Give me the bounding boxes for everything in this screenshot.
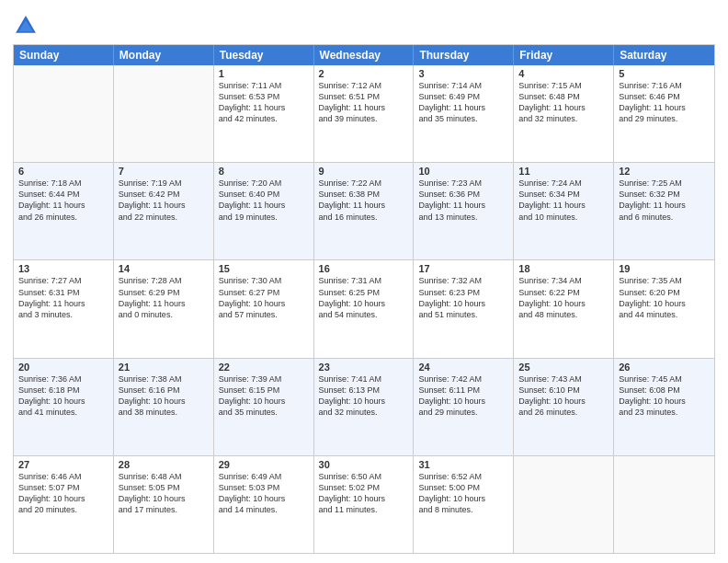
cell-info: Sunrise: 7:22 AM Sunset: 6:38 PM Dayligh… [319,178,409,223]
calendar-cell: 5Sunrise: 7:16 AM Sunset: 6:46 PM Daylig… [614,65,714,162]
cell-info: Sunrise: 7:20 AM Sunset: 6:40 PM Dayligh… [219,178,309,223]
calendar-cell: 28Sunrise: 6:48 AM Sunset: 5:05 PM Dayli… [114,456,214,553]
calendar-cell: 22Sunrise: 7:39 AM Sunset: 6:15 PM Dayli… [214,359,314,455]
day-number: 24 [418,362,508,373]
cell-info: Sunrise: 7:34 AM Sunset: 6:22 PM Dayligh… [518,275,609,320]
header-cell-saturday: Saturday [614,45,714,65]
calendar-cell: 27Sunrise: 6:46 AM Sunset: 5:07 PM Dayli… [14,456,114,553]
calendar-cell [14,65,114,162]
day-number: 23 [319,362,409,373]
calendar-week-2: 6Sunrise: 7:18 AM Sunset: 6:44 PM Daylig… [14,162,714,259]
cell-info: Sunrise: 6:52 AM Sunset: 5:00 PM Dayligh… [418,471,508,516]
day-number: 12 [619,166,710,177]
day-number: 29 [219,459,309,470]
day-number: 26 [619,362,710,373]
calendar-cell: 31Sunrise: 6:52 AM Sunset: 5:00 PM Dayli… [414,456,514,553]
calendar-cell: 15Sunrise: 7:30 AM Sunset: 6:27 PM Dayli… [214,260,314,357]
calendar-week-4: 20Sunrise: 7:36 AM Sunset: 6:18 PM Dayli… [14,358,714,455]
day-number: 28 [119,459,209,470]
calendar-cell: 25Sunrise: 7:43 AM Sunset: 6:10 PM Dayli… [514,359,614,455]
calendar-cell: 26Sunrise: 7:45 AM Sunset: 6:08 PM Dayli… [614,359,714,455]
calendar-cell [614,456,714,553]
cell-info: Sunrise: 7:45 AM Sunset: 6:08 PM Dayligh… [619,373,710,419]
day-number: 7 [119,166,209,177]
calendar-cell: 1Sunrise: 7:11 AM Sunset: 6:53 PM Daylig… [214,65,314,162]
calendar-cell: 13Sunrise: 7:27 AM Sunset: 6:31 PM Dayli… [14,260,114,357]
day-number: 14 [119,263,209,274]
header-cell-sunday: Sunday [14,45,114,65]
day-number: 22 [219,362,309,373]
cell-info: Sunrise: 7:41 AM Sunset: 6:13 PM Dayligh… [319,373,409,419]
calendar-cell: 29Sunrise: 6:49 AM Sunset: 5:03 PM Dayli… [214,456,314,553]
day-number: 16 [319,263,409,274]
calendar-cell: 20Sunrise: 7:36 AM Sunset: 6:18 PM Dayli… [14,359,114,455]
calendar-header-row: SundayMondayTuesdayWednesdayThursdayFrid… [14,45,714,65]
calendar-cell: 2Sunrise: 7:12 AM Sunset: 6:51 PM Daylig… [314,65,415,162]
cell-info: Sunrise: 7:31 AM Sunset: 6:25 PM Dayligh… [319,275,409,320]
cell-info: Sunrise: 7:39 AM Sunset: 6:15 PM Dayligh… [219,373,309,419]
calendar-cell [114,65,214,162]
calendar-week-1: 1Sunrise: 7:11 AM Sunset: 6:53 PM Daylig… [14,65,714,162]
day-number: 18 [518,263,609,274]
calendar-cell: 23Sunrise: 7:41 AM Sunset: 6:13 PM Dayli… [314,359,415,455]
cell-info: Sunrise: 7:18 AM Sunset: 6:44 PM Dayligh… [18,178,108,223]
cell-info: Sunrise: 7:30 AM Sunset: 6:27 PM Dayligh… [219,275,309,320]
calendar-cell: 8Sunrise: 7:20 AM Sunset: 6:40 PM Daylig… [214,163,314,259]
header-cell-wednesday: Wednesday [314,45,415,65]
cell-info: Sunrise: 7:36 AM Sunset: 6:18 PM Dayligh… [18,373,108,419]
logo-icon [13,13,39,39]
day-number: 20 [18,362,108,373]
header-cell-tuesday: Tuesday [214,45,314,65]
calendar-cell: 6Sunrise: 7:18 AM Sunset: 6:44 PM Daylig… [14,163,114,259]
cell-info: Sunrise: 7:35 AM Sunset: 6:20 PM Dayligh… [619,275,710,320]
day-number: 27 [18,459,108,470]
calendar-cell: 30Sunrise: 6:50 AM Sunset: 5:02 PM Dayli… [314,456,415,553]
cell-info: Sunrise: 7:11 AM Sunset: 6:53 PM Dayligh… [219,80,309,125]
calendar-cell: 17Sunrise: 7:32 AM Sunset: 6:23 PM Dayli… [414,260,514,357]
calendar-cell: 3Sunrise: 7:14 AM Sunset: 6:49 PM Daylig… [414,65,514,162]
day-number: 25 [518,362,609,373]
calendar: SundayMondayTuesdayWednesdayThursdayFrid… [13,44,715,554]
cell-info: Sunrise: 7:25 AM Sunset: 6:32 PM Dayligh… [619,178,710,223]
calendar-cell: 18Sunrise: 7:34 AM Sunset: 6:22 PM Dayli… [514,260,614,357]
cell-info: Sunrise: 7:27 AM Sunset: 6:31 PM Dayligh… [18,275,108,320]
calendar-week-5: 27Sunrise: 6:46 AM Sunset: 5:07 PM Dayli… [14,455,714,553]
day-number: 3 [418,68,508,79]
cell-info: Sunrise: 7:28 AM Sunset: 6:29 PM Dayligh… [119,275,209,320]
cell-info: Sunrise: 7:23 AM Sunset: 6:36 PM Dayligh… [418,178,508,223]
calendar-cell: 19Sunrise: 7:35 AM Sunset: 6:20 PM Dayli… [614,260,714,357]
cell-info: Sunrise: 6:50 AM Sunset: 5:02 PM Dayligh… [319,471,409,516]
calendar-body: 1Sunrise: 7:11 AM Sunset: 6:53 PM Daylig… [14,65,714,553]
header-cell-monday: Monday [114,45,214,65]
cell-info: Sunrise: 7:19 AM Sunset: 6:42 PM Dayligh… [119,178,209,223]
day-number: 19 [619,263,710,274]
calendar-cell: 16Sunrise: 7:31 AM Sunset: 6:25 PM Dayli… [314,260,415,357]
cell-info: Sunrise: 6:46 AM Sunset: 5:07 PM Dayligh… [18,471,108,516]
calendar-cell: 7Sunrise: 7:19 AM Sunset: 6:42 PM Daylig… [114,163,214,259]
logo [13,13,42,39]
cell-info: Sunrise: 6:49 AM Sunset: 5:03 PM Dayligh… [219,471,309,516]
day-number: 9 [319,166,409,177]
cell-info: Sunrise: 7:42 AM Sunset: 6:11 PM Dayligh… [418,373,508,419]
day-number: 6 [18,166,108,177]
calendar-cell: 4Sunrise: 7:15 AM Sunset: 6:48 PM Daylig… [514,65,614,162]
header [13,9,715,39]
day-number: 4 [518,68,609,79]
cell-info: Sunrise: 7:43 AM Sunset: 6:10 PM Dayligh… [518,373,609,419]
day-number: 11 [518,166,609,177]
cell-info: Sunrise: 7:14 AM Sunset: 6:49 PM Dayligh… [418,80,508,125]
cell-info: Sunrise: 7:24 AM Sunset: 6:34 PM Dayligh… [518,178,609,223]
cell-info: Sunrise: 7:15 AM Sunset: 6:48 PM Dayligh… [518,80,609,125]
day-number: 13 [18,263,108,274]
day-number: 10 [418,166,508,177]
day-number: 8 [219,166,309,177]
header-cell-thursday: Thursday [414,45,514,65]
page: SundayMondayTuesdayWednesdayThursdayFrid… [0,0,728,563]
calendar-cell: 12Sunrise: 7:25 AM Sunset: 6:32 PM Dayli… [614,163,714,259]
cell-info: Sunrise: 6:48 AM Sunset: 5:05 PM Dayligh… [119,471,209,516]
cell-info: Sunrise: 7:12 AM Sunset: 6:51 PM Dayligh… [319,80,409,125]
day-number: 31 [418,459,508,470]
day-number: 15 [219,263,309,274]
calendar-cell: 14Sunrise: 7:28 AM Sunset: 6:29 PM Dayli… [114,260,214,357]
calendar-week-3: 13Sunrise: 7:27 AM Sunset: 6:31 PM Dayli… [14,259,714,357]
